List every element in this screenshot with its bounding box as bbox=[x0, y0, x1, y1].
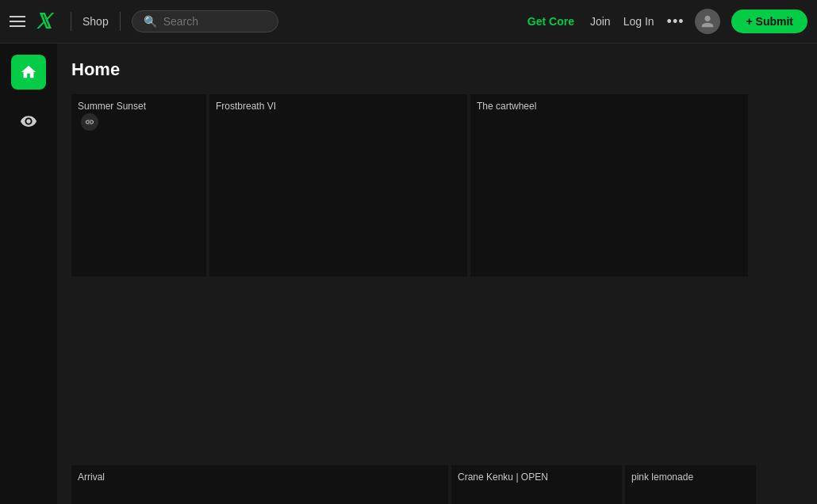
login-link[interactable]: Log In bbox=[623, 15, 654, 28]
page-title: Home bbox=[71, 59, 803, 80]
join-link[interactable]: Join bbox=[590, 15, 611, 28]
link-svg-icon bbox=[85, 117, 94, 127]
watch-icon bbox=[20, 113, 37, 130]
gallery-row-1: Summer Sunset Frostbreath VI The cartwhe… bbox=[71, 94, 803, 462]
hamburger-menu[interactable] bbox=[10, 16, 25, 27]
gallery-item-pink-lemonade[interactable]: pink lemonade bbox=[625, 465, 756, 504]
gallery-item-arrival[interactable]: Arrival bbox=[71, 465, 448, 504]
search-icon: 🔍 bbox=[144, 15, 157, 28]
shop-link[interactable]: Shop bbox=[82, 15, 109, 28]
sidebar-item-watch[interactable] bbox=[11, 104, 46, 139]
gallery-item-frostbreath[interactable]: Frostbreath VI bbox=[209, 94, 467, 277]
nav-divider-1 bbox=[71, 12, 71, 31]
get-core-button[interactable]: Get Core bbox=[527, 15, 574, 28]
more-options-button[interactable]: ••• bbox=[667, 13, 685, 30]
gallery-item-crane-kenku[interactable]: Crane Kenku | OPEN bbox=[451, 465, 622, 504]
gallery-item-label: Crane Kenku | OPEN bbox=[458, 472, 548, 483]
gallery-item-label: pink lemonade bbox=[631, 472, 693, 483]
sidebar bbox=[0, 44, 57, 504]
search-input[interactable] bbox=[163, 15, 274, 28]
submit-button[interactable]: + Submit bbox=[731, 10, 807, 33]
gallery-item-cartwheel[interactable]: The cartwheel bbox=[470, 94, 748, 277]
main-content: Home Summer Sunset Frostbreath VI The ca… bbox=[57, 44, 817, 504]
home-icon bbox=[20, 63, 37, 81]
gallery-item-summer-sunset[interactable]: Summer Sunset bbox=[71, 94, 206, 277]
gallery-item-label: Summer Sunset bbox=[78, 101, 146, 112]
search-box[interactable]: 🔍 bbox=[132, 10, 278, 32]
gallery-item-label: Frostbreath VI bbox=[216, 101, 276, 112]
gallery-item-label: The cartwheel bbox=[477, 101, 536, 112]
gallery-item-label: Arrival bbox=[78, 472, 105, 483]
site-logo[interactable]: 𝕏 bbox=[35, 10, 52, 34]
nav-divider-2 bbox=[120, 12, 121, 31]
gallery-row-2: Arrival Crane Kenku | OPEN pink lemonade bbox=[71, 465, 803, 504]
avatar[interactable] bbox=[695, 9, 720, 34]
sidebar-item-home[interactable] bbox=[11, 55, 46, 90]
avatar-icon bbox=[700, 14, 715, 29]
navbar: 𝕏 Shop 🔍 Get Core Join Log In ••• + Subm… bbox=[0, 0, 817, 44]
link-icon bbox=[81, 113, 98, 131]
